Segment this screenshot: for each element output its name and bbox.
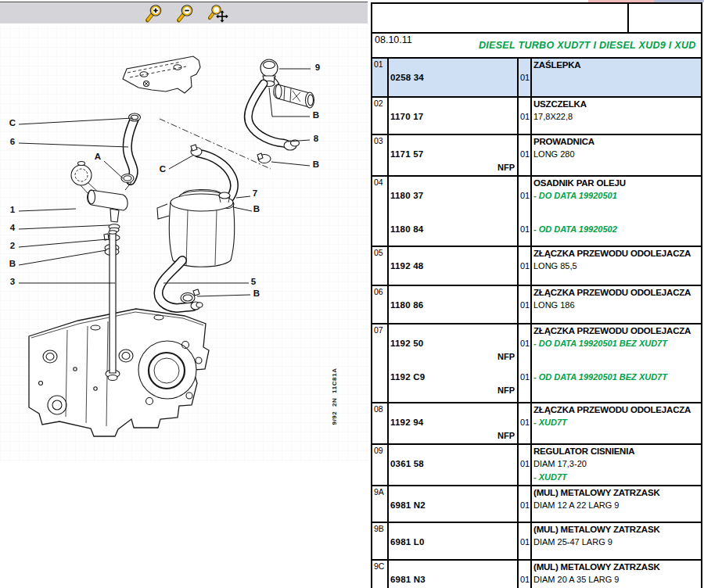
- quantity-cell: 01: [517, 59, 530, 96]
- row-index: 04: [374, 177, 386, 188]
- quantity-value: 01: [520, 371, 529, 384]
- row-index: 9A: [374, 487, 386, 497]
- part-number-link[interactable]: 1192 50: [390, 339, 423, 348]
- part-number-link[interactable]: 1171 57: [390, 149, 423, 159]
- callout-label[interactable]: C: [160, 165, 166, 174]
- part-number-link[interactable]: 1192 94: [390, 418, 423, 427]
- callout-label[interactable]: 9: [315, 63, 320, 73]
- table-row[interactable]: 090361 5801REGULATOR CISNIENIADIAM 17,3-…: [372, 443, 701, 485]
- callout-label[interactable]: 3: [10, 278, 15, 287]
- part-number-link[interactable]: 1170 17: [390, 112, 423, 121]
- callout-label[interactable]: B: [253, 205, 260, 214]
- quantity-cell: 01: [517, 523, 530, 559]
- callout-label[interactable]: 8: [314, 134, 318, 144]
- callout-label[interactable]: B: [253, 289, 260, 299]
- part-number-link[interactable]: 1192 48: [390, 261, 423, 271]
- zoom-in-button[interactable]: [145, 4, 164, 23]
- callout-label[interactable]: B: [9, 260, 16, 269]
- quantity-value: 01: [520, 223, 529, 236]
- row-index-cell: 04: [372, 177, 387, 246]
- callout-label[interactable]: B: [313, 111, 319, 120]
- description-cell: (MUL) METALOWY ZATRZASKDIAM 20 A 35 LARG…: [530, 561, 701, 588]
- table-row[interactable]: 9B6981 L001(MUL) METALOWY ZATRZASKDIAM 2…: [372, 522, 701, 559]
- table-row[interactable]: 010258 3401ZAŚLEPKA: [372, 59, 701, 96]
- part-detail: - DO DATA 19920501: [533, 189, 699, 203]
- row-index-cell: 05: [372, 247, 387, 285]
- zoom-out-button[interactable]: [177, 4, 196, 23]
- quantity-cell: 01: [517, 486, 530, 522]
- part-number-link[interactable]: 1180 86: [390, 300, 423, 310]
- row-index: 02: [374, 99, 386, 109]
- table-row[interactable]: 071192 50NFP1192 C9NFP0101ZŁĄCZKA PRZEWO…: [372, 323, 701, 402]
- part-number-cell: 6981 N3: [387, 561, 517, 588]
- parts-table: 010258 3401ZAŚLEPKA021170 1701USZCZELKA1…: [371, 59, 702, 588]
- row-index-cell: 9C: [372, 561, 387, 588]
- part-number-link[interactable]: 0361 58: [390, 459, 424, 468]
- table-row[interactable]: 061180 8601ZŁĄCZKA PRZEWODU ODOLEJACZALO…: [372, 285, 701, 323]
- quantity-value: 01: [520, 573, 529, 586]
- part-number-link[interactable]: 1192 C9: [390, 372, 425, 382]
- row-index-cell: 02: [372, 98, 387, 134]
- catalog-header: 08.10.11 205N 1 11C 81A: [371, 2, 702, 34]
- part-description-title: (MUL) METALOWY ZATRZASK: [533, 487, 699, 499]
- table-row[interactable]: 081192 94NFP01ZŁĄCZKA PRZEWODU ODOLEJACZ…: [372, 402, 701, 443]
- part-number-link[interactable]: 1180 37: [390, 191, 423, 200]
- callout-label[interactable]: 2: [10, 242, 15, 251]
- part-number-link[interactable]: 6981 N2: [390, 500, 426, 510]
- table-row[interactable]: 041180 371180 840101OSADNIK PAR OLEJU- D…: [372, 175, 701, 246]
- part-number-cell: 0258 34: [387, 59, 517, 96]
- quantity-value: 01: [520, 71, 529, 84]
- row-index: 05: [374, 248, 386, 258]
- part-number-cell: 0361 58: [387, 445, 517, 485]
- description-cell: ZŁĄCZKA PRZEWODU ODOLEJACZALONG 186: [530, 286, 701, 323]
- callout-leader: [19, 143, 128, 147]
- table-row[interactable]: 031171 57NFP01PROWADNICALONG 280: [372, 134, 701, 175]
- quantity-value: 01: [520, 416, 529, 429]
- row-index-cell: 03: [372, 135, 387, 175]
- callout-label[interactable]: C: [9, 119, 16, 128]
- callout-leader: [19, 239, 107, 247]
- quantity-cell: 01: [517, 561, 530, 588]
- callout-leader: [19, 225, 110, 229]
- part-detail: DIAM 12 A 22 LARG 9: [533, 499, 699, 512]
- quantity-value: 01: [520, 148, 529, 161]
- part-description-title: PROWADNICA: [533, 136, 699, 148]
- section-title: DIESEL TURBO XUD7T I DIESEL XUD9 I XUD: [479, 40, 696, 51]
- table-row[interactable]: 051192 4801ZŁĄCZKA PRZEWODU ODOLEJACZALO…: [372, 246, 701, 285]
- callout-label[interactable]: 6: [10, 138, 15, 147]
- diagram-canvas[interactable]: 9C6ACB8B7B142B35B 9/92 2N 11C81A: [0, 26, 369, 461]
- part-description-title: ZŁĄCZKA PRZEWODU ODOLEJACZA: [533, 404, 699, 416]
- part-detail: - DO DATA 19920501 BEZ XUD7T: [533, 337, 699, 350]
- description-cell: (MUL) METALOWY ZATRZASKDIAM 25-47 LARG 9: [530, 523, 701, 559]
- row-index: 01: [374, 59, 386, 70]
- zoom-pan-icon: [208, 4, 228, 23]
- part-number-line: 1180 37: [390, 189, 515, 203]
- part-number-link[interactable]: 6981 N3: [390, 575, 426, 584]
- zoom-pan-button[interactable]: [208, 4, 227, 23]
- part-number-link[interactable]: 6981 L0: [390, 537, 425, 547]
- quantity-value: 01: [520, 189, 529, 203]
- quantity-value: 01: [520, 536, 529, 549]
- callout-label[interactable]: A: [95, 152, 101, 162]
- quantity-cell: 01: [517, 445, 530, 485]
- table-row[interactable]: 021170 1701USZCZELKA17,8X22,8: [372, 96, 701, 134]
- description-cell: ZŁĄCZKA PRZEWODU ODOLEJACZA- DO DATA 199…: [530, 324, 701, 402]
- part-number-link[interactable]: 1180 84: [390, 224, 423, 234]
- description-cell: REGULATOR CISNIENIADIAM 17,3-20- XUD7T: [530, 445, 701, 485]
- row-index-cell: 08: [372, 403, 387, 443]
- part-number-link[interactable]: 0258 34: [390, 73, 424, 82]
- callout-label[interactable]: 7: [253, 189, 257, 199]
- callout-label[interactable]: 5: [251, 278, 256, 287]
- part-detail: DIAM 25-47 LARG 9: [533, 536, 699, 549]
- callout-label[interactable]: B: [313, 160, 319, 170]
- description-cell: PROWADNICALONG 280: [530, 135, 701, 175]
- quantity-cell: 01: [517, 135, 530, 175]
- callout-label[interactable]: 1: [10, 206, 15, 215]
- table-row[interactable]: 9C6981 N301(MUL) METALOWY ZATRZASKDIAM 2…: [372, 559, 701, 588]
- zoom-out-icon: [177, 4, 196, 23]
- callout-leader: [104, 161, 123, 178]
- quantity-cell: 01: [517, 247, 530, 285]
- table-row[interactable]: 9A6981 N201(MUL) METALOWY ZATRZASKDIAM 1…: [372, 485, 701, 522]
- callout-leader: [197, 295, 250, 296]
- callout-label[interactable]: 4: [10, 224, 15, 233]
